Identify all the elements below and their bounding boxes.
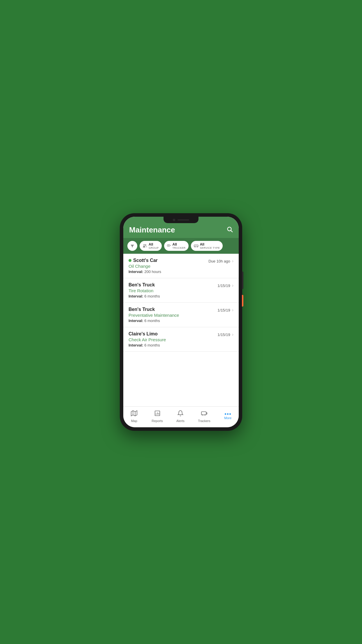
service-type-filter-button[interactable]: All SERVICE TYPE [191, 241, 223, 251]
svg-point-21 [204, 414, 205, 416]
svg-point-20 [202, 414, 203, 416]
nav-trackers-label: Trackers [198, 419, 210, 423]
tracker-icon [167, 244, 171, 248]
speaker [178, 219, 189, 220]
group-all-label: All [149, 242, 153, 246]
vehicle-name: Scott's Car [133, 258, 158, 263]
svg-point-3 [143, 244, 145, 246]
chevron-right-icon: › [232, 283, 233, 288]
reports-icon [154, 410, 161, 418]
group-label: GROUP [149, 246, 159, 249]
service-type-icon [194, 244, 198, 248]
alerts-icon [177, 410, 184, 418]
due-date: 1/15/19 [217, 332, 230, 337]
screen: Maintenance [123, 217, 239, 427]
list-item[interactable]: Ben's Truck Preventative Maintenance Int… [123, 303, 239, 327]
nav-item-alerts[interactable]: Alerts [172, 409, 189, 424]
chevron-right-icon: › [232, 258, 233, 264]
chevron-right-icon: › [232, 307, 233, 313]
nav-item-more[interactable]: More [219, 412, 237, 421]
group-filter-button[interactable]: All GROUP [140, 241, 162, 251]
nav-item-trackers[interactable]: Trackers [193, 409, 215, 424]
due-date: 1/15/19 [217, 308, 230, 312]
nav-more-label: More [224, 416, 231, 420]
filter-button[interactable] [127, 241, 137, 251]
svg-point-4 [145, 244, 146, 246]
vehicle-name: Ben's Truck [129, 307, 155, 312]
vehicle-name: Ben's Truck [129, 282, 155, 288]
nav-item-reports[interactable]: Reports [147, 409, 168, 424]
nav-alerts-label: Alerts [176, 419, 184, 423]
chevron-right-icon: › [232, 332, 233, 337]
svg-marker-2 [131, 245, 134, 247]
nav-reports-label: Reports [152, 419, 163, 423]
search-icon[interactable] [226, 226, 233, 234]
service-name: Preventative Maintenance [129, 313, 217, 318]
list-item[interactable]: Ben's Truck Tire Rotation Interval: 6 mo… [123, 278, 239, 303]
interval-label: Interval: [129, 294, 143, 298]
svg-line-1 [231, 230, 232, 232]
interval-value: 6 months [144, 343, 160, 347]
interval-value: 200 hours [144, 270, 161, 274]
svg-point-10 [194, 246, 195, 247]
service-name: Check Air Pressure [129, 337, 217, 342]
svg-rect-5 [167, 245, 170, 246]
phone-frame: Maintenance [120, 213, 242, 431]
tracker-all-label: All [173, 242, 177, 246]
service-name: Tire Rotation [129, 288, 217, 293]
maintenance-list: Scott's Car Oil Change Interval: 200 hou… [123, 254, 239, 406]
interval-value: 6 months [144, 318, 160, 323]
svg-point-11 [197, 246, 198, 247]
interval-label: Interval: [129, 318, 143, 323]
map-icon [131, 410, 137, 418]
more-icon [225, 413, 231, 415]
due-date: 1/15/19 [217, 284, 230, 288]
svg-rect-19 [201, 412, 206, 415]
nav-item-map[interactable]: Map [125, 409, 143, 424]
page-title: Maintenance [129, 225, 175, 235]
camera [173, 219, 175, 221]
group-icon [143, 244, 147, 248]
list-item[interactable]: Claire's Limo Check Air Pressure Interva… [123, 327, 239, 352]
phone-notch [164, 217, 198, 223]
due-date: Due 10h ago [208, 259, 230, 263]
service-type-all-label: All [200, 242, 204, 246]
side-button [242, 272, 243, 289]
interval-label: Interval: [129, 270, 143, 274]
tracker-filter-button[interactable]: All TRACKER [164, 241, 189, 251]
tracker-label: TRACKER [173, 246, 186, 249]
filter-bar: All GROUP All TRACKER [123, 238, 239, 254]
service-type-label: SERVICE TYPE [200, 246, 220, 249]
interval-label: Interval: [129, 343, 143, 347]
nav-map-label: Map [131, 419, 137, 423]
vehicle-name: Claire's Limo [129, 331, 158, 337]
list-item[interactable]: Scott's Car Oil Change Interval: 200 hou… [123, 254, 239, 278]
status-dot [129, 259, 131, 262]
service-name: Oil Change [129, 264, 208, 269]
trackers-icon [201, 410, 208, 418]
bottom-nav: Map Reports [123, 406, 239, 427]
interval-value: 6 months [144, 294, 160, 298]
side-button-orange [242, 295, 243, 307]
svg-marker-12 [131, 411, 137, 416]
